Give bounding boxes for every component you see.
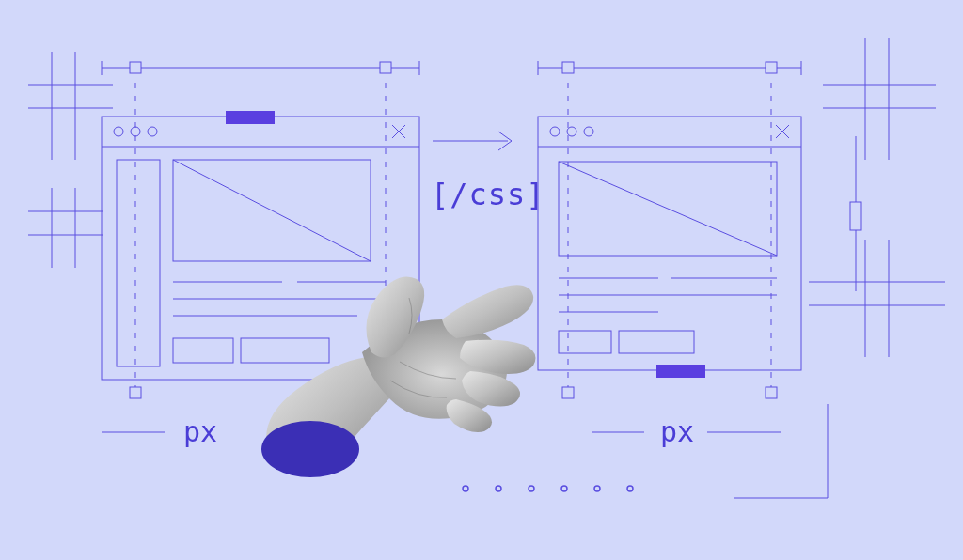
svg-point-66 (529, 486, 534, 491)
svg-point-68 (594, 486, 600, 491)
css-tag-label: [/css] (431, 177, 545, 212)
unit-label-left: px (183, 415, 217, 448)
illustration-canvas: [/css] px px (0, 0, 963, 560)
svg-point-64 (463, 486, 468, 491)
unit-label-right: px (660, 415, 694, 448)
svg-point-65 (496, 486, 501, 491)
svg-point-69 (627, 486, 633, 491)
svg-point-67 (561, 486, 567, 491)
dot-row (0, 0, 963, 560)
